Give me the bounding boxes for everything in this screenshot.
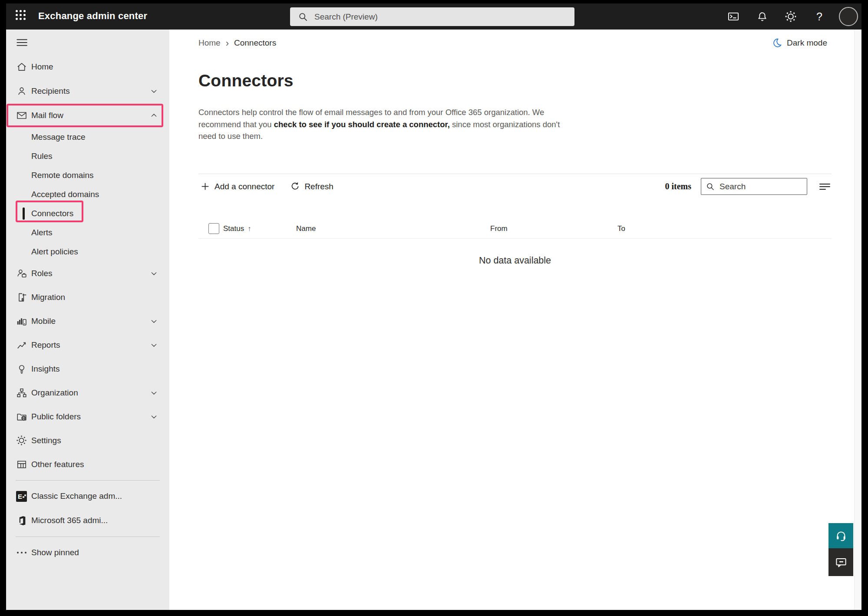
sidebar-item-label: Reports — [31, 340, 60, 350]
breadcrumb-home-link[interactable]: Home — [198, 38, 221, 48]
help-support-button[interactable] — [828, 523, 853, 548]
account-avatar[interactable] — [839, 7, 858, 26]
chevron-down-icon — [150, 317, 158, 325]
column-header-status[interactable]: Status ↑ — [223, 224, 296, 233]
help-icon[interactable]: ? — [810, 7, 828, 26]
sidebar-item-accepted-domains[interactable]: Accepted domains — [6, 185, 169, 204]
global-search-box[interactable] — [290, 7, 574, 26]
refresh-label: Refresh — [304, 182, 333, 191]
powershell-terminal-icon[interactable] — [724, 7, 743, 26]
sidebar-item-connectors[interactable]: Connectors — [6, 204, 169, 223]
vertical-scrollbar[interactable] — [854, 30, 861, 610]
sidebar-item-rules[interactable]: Rules — [6, 147, 169, 166]
sidebar-item-label: Remote domains — [31, 171, 94, 180]
connectors-table-header: Status ↑ Name From To — [198, 219, 832, 239]
sidebar-item-label: Migration — [31, 293, 65, 302]
person-icon — [16, 86, 27, 97]
notifications-bell-icon[interactable] — [753, 7, 771, 26]
sidebar-item-settings[interactable]: Settings — [6, 428, 169, 452]
sidebar-item-label: Accepted domains — [31, 190, 99, 199]
sidebar-item-other-features[interactable]: Other features — [6, 452, 169, 476]
hamburger-menu-icon[interactable] — [6, 30, 169, 55]
sidebar-item-reports[interactable]: Reports — [6, 333, 169, 357]
list-search-input[interactable] — [719, 182, 802, 191]
add-connector-button[interactable]: Add a connector — [198, 179, 276, 194]
sidebar-item-label: Rules — [31, 152, 53, 161]
sidebar-item-public-folders[interactable]: Public folders — [6, 405, 169, 428]
sidebar-item-label: Home — [31, 62, 53, 72]
sidebar-item-migration[interactable]: Migration — [6, 285, 169, 309]
column-header-from[interactable]: From — [490, 224, 617, 233]
sidebar-item-label: Mail flow — [31, 111, 63, 120]
description-link[interactable]: check to see if you should create a conn… — [274, 120, 450, 129]
sidebar-item-organization[interactable]: Organization — [6, 381, 169, 405]
sidebar-item-remote-domains[interactable]: Remote domains — [6, 166, 169, 185]
empty-table-message: No data available — [198, 255, 832, 266]
search-icon — [298, 12, 308, 22]
chat-bubble-icon — [835, 556, 848, 569]
list-toolbar: Add a connector Refresh 0 items — [198, 174, 832, 199]
sidebar-item-microsoft-365-admin[interactable]: Microsoft 365 admi... — [6, 508, 169, 533]
sidebar-item-label: Insights — [31, 364, 59, 374]
sidebar-item-label: Mobile — [31, 316, 56, 326]
sidebar-item-label: Alerts — [31, 228, 53, 237]
chevron-up-icon — [150, 112, 158, 120]
top-bar: Exchange admin center — [6, 3, 861, 30]
sidebar-item-alert-policies[interactable]: Alert policies — [6, 242, 169, 261]
breadcrumb-separator: › — [226, 39, 229, 47]
sidebar-item-classic-exchange[interactable]: E Classic Exchange adm... — [6, 484, 169, 508]
sidebar-item-roles[interactable]: Roles — [6, 261, 169, 285]
ellipsis-icon — [16, 547, 27, 559]
column-header-name[interactable]: Name — [296, 224, 490, 233]
refresh-icon — [290, 181, 300, 191]
headset-icon — [835, 529, 848, 542]
breadcrumb-current: Connectors — [234, 38, 276, 48]
exchange-logo-icon: E — [16, 491, 27, 502]
sidebar-item-label: Organization — [31, 388, 78, 398]
sidebar-item-home[interactable]: Home — [6, 55, 169, 79]
sidebar-item-label: Settings — [31, 436, 61, 445]
settings-gear-icon[interactable] — [782, 7, 800, 26]
sidebar-item-insights[interactable]: Insights — [6, 357, 169, 381]
filter-icon[interactable] — [818, 181, 832, 192]
app-launcher-icon[interactable] — [16, 10, 29, 23]
feedback-button[interactable] — [828, 548, 853, 576]
sidebar-item-label: Alert policies — [31, 247, 78, 257]
reports-icon — [16, 339, 27, 351]
sidebar-item-label: Connectors — [31, 209, 73, 218]
refresh-button[interactable]: Refresh — [288, 179, 335, 194]
exchange-admin-center-window: Exchange admin center — [6, 3, 861, 610]
column-header-to[interactable]: To — [617, 224, 832, 233]
page-description: Connectors help control the flow of emai… — [198, 106, 565, 142]
column-label: Status — [223, 224, 244, 233]
list-search-box[interactable] — [701, 178, 807, 195]
sidebar-item-recipients[interactable]: Recipients — [6, 79, 169, 103]
select-all-checkbox[interactable] — [208, 223, 219, 234]
dark-mode-toggle[interactable]: Dark mode — [772, 37, 827, 48]
main-content: Home › Connectors Dark mode Connectors C… — [169, 30, 854, 610]
chevron-down-icon — [150, 87, 158, 96]
sidebar-item-label: Message trace — [31, 132, 86, 142]
sidebar-item-message-trace[interactable]: Message trace — [6, 128, 169, 147]
left-navigation: Home Recipients Mail flow Message trace — [6, 30, 169, 610]
migration-icon — [16, 291, 27, 303]
sidebar-item-show-pinned[interactable]: Show pinned — [6, 540, 169, 565]
roles-icon — [16, 267, 27, 279]
office-logo-icon — [16, 515, 27, 527]
sidebar-item-mobile[interactable]: Mobile — [6, 309, 169, 333]
selected-indicator — [23, 208, 25, 220]
app-title: Exchange admin center — [38, 10, 147, 22]
org-chart-icon — [16, 387, 27, 399]
divider — [16, 480, 160, 481]
breadcrumb: Home › Connectors — [198, 38, 276, 48]
dark-mode-label: Dark mode — [787, 38, 827, 48]
divider — [16, 537, 160, 537]
sidebar-item-label: Recipients — [31, 86, 70, 96]
sidebar-item-alerts[interactable]: Alerts — [6, 223, 169, 242]
add-connector-label: Add a connector — [215, 182, 274, 191]
global-search-input[interactable] — [314, 12, 567, 22]
chevron-down-icon — [150, 389, 158, 397]
plus-icon — [200, 181, 210, 191]
sidebar-item-label: Public folders — [31, 412, 81, 422]
sidebar-item-mail-flow[interactable]: Mail flow — [6, 103, 169, 128]
